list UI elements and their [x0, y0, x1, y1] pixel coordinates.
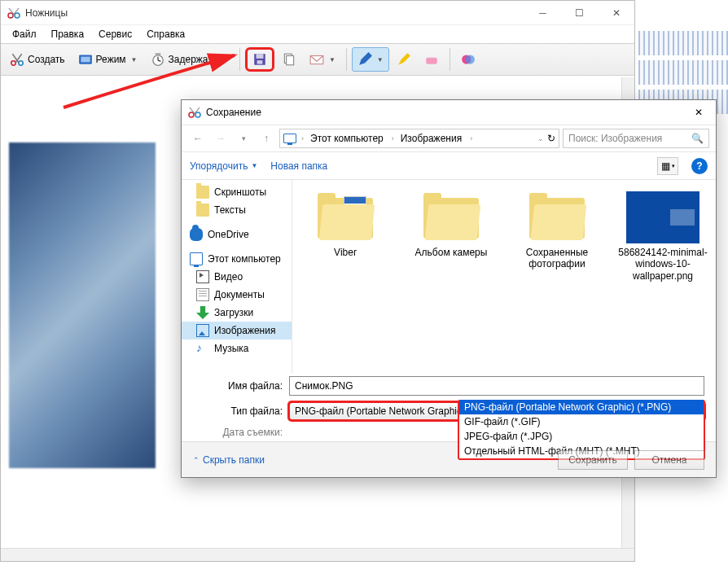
menu-tools[interactable]: Сервис: [92, 27, 138, 42]
search-placeholder: Поиск: Изображения: [568, 133, 662, 144]
tree-texts[interactable]: Тексты: [182, 201, 292, 219]
refresh-icon[interactable]: ↻: [547, 133, 555, 144]
svg-rect-5: [81, 57, 90, 63]
tree-pictures[interactable]: Изображения: [182, 322, 292, 340]
view-button[interactable]: ▦ ▾: [657, 157, 678, 175]
new-folder-button[interactable]: Новая папка: [270, 160, 327, 172]
tree-music[interactable]: ♪Музыка: [182, 340, 292, 357]
chevron-down-icon: ▼: [377, 56, 384, 64]
highlighter-button[interactable]: [391, 47, 417, 72]
mode-icon: [78, 52, 93, 67]
breadcrumb-pc[interactable]: Этот компьютер: [309, 133, 387, 144]
nav-back-button[interactable]: ←: [188, 129, 208, 148]
file-item[interactable]: 586824142-minimal-windows-10-wallpaper.p…: [618, 191, 708, 282]
titlebar: Ножницы ─ ☐ ✕: [1, 1, 634, 25]
separator: [239, 48, 240, 71]
menubar: Файл Правка Сервис Справка: [1, 25, 634, 43]
file-item[interactable]: Сохраненные фотографии: [512, 191, 602, 270]
clock-icon: [151, 52, 165, 67]
mode-button[interactable]: Режим ▼: [72, 47, 143, 72]
save-button[interactable]: [245, 47, 274, 72]
pen-button[interactable]: ▼: [352, 47, 389, 72]
menu-file[interactable]: Файл: [6, 27, 43, 42]
svg-rect-13: [426, 58, 437, 64]
app-icon: [7, 7, 20, 20]
menu-edit[interactable]: Правка: [45, 27, 91, 42]
dialog-titlebar: Сохранение ✕: [182, 100, 716, 125]
tree-documents[interactable]: Документы: [182, 286, 292, 304]
filetype-label: Тип файла:: [193, 405, 283, 417]
chevron-down-icon: ▼: [131, 56, 138, 64]
new-snip-button[interactable]: Создать: [4, 47, 71, 72]
hide-folders-button[interactable]: ⌃ Скрыть папки: [193, 454, 265, 466]
send-button[interactable]: ▼: [304, 47, 341, 72]
svg-point-15: [465, 55, 474, 64]
chevron-down-icon: ▼: [329, 56, 335, 64]
folder-icon: [419, 191, 484, 243]
pen-icon: [357, 52, 372, 67]
file-item[interactable]: Альбом камеры: [406, 191, 496, 258]
filename-row: Имя файла:: [182, 373, 716, 399]
separator: [346, 48, 347, 71]
mail-icon: [309, 52, 324, 67]
svg-point-2: [11, 61, 15, 65]
copy-button[interactable]: [276, 47, 302, 72]
chevron-right-icon: ›: [301, 134, 304, 142]
svg-rect-11: [287, 56, 294, 65]
address-bar[interactable]: › Этот компьютер › Изображения › ⌄ ↻: [279, 129, 559, 148]
tree-videos[interactable]: Видео: [182, 268, 292, 286]
command-row: Упорядочить ▼ Новая папка ▦ ▾ ?: [182, 152, 716, 180]
filename-input[interactable]: [289, 376, 704, 396]
svg-point-3: [19, 61, 23, 65]
download-icon: [196, 306, 209, 319]
document-icon: [196, 288, 209, 301]
file-list[interactable]: Viber Альбом камеры Сохраненные фотограф…: [292, 180, 716, 373]
music-icon: ♪: [196, 342, 209, 355]
menu-help[interactable]: Справка: [140, 27, 191, 42]
toolbar: Создать Режим ▼ Задержать ▼ ▼ ▼: [1, 43, 634, 76]
pictures-icon: [196, 324, 209, 337]
delay-button[interactable]: Задержать ▼: [145, 47, 235, 72]
filetype-option[interactable]: GIF-файл (*.GIF): [459, 414, 704, 429]
save-confirm-button[interactable]: Сохранить: [558, 450, 628, 470]
filename-label: Имя файла:: [193, 380, 283, 392]
minimize-button[interactable]: ─: [524, 1, 561, 25]
nav-up-button[interactable]: ↑: [257, 129, 276, 148]
dialog-close-button[interactable]: ✕: [682, 102, 716, 123]
scissors-icon: [10, 52, 24, 67]
nav-forward-button[interactable]: →: [211, 129, 230, 148]
filetype-option[interactable]: PNG-файл (Portable Network Graphic) (*.P…: [459, 400, 704, 414]
svg-rect-9: [257, 60, 263, 64]
chevron-down-icon[interactable]: ⌄: [537, 134, 544, 142]
delay-label: Задержать: [169, 54, 217, 65]
tree-this-pc[interactable]: Этот компьютер: [182, 250, 292, 268]
breadcrumb-pictures[interactable]: Изображения: [399, 133, 465, 144]
folder-icon: [313, 191, 378, 243]
filetype-option[interactable]: JPEG-файл (*.JPG): [459, 429, 704, 444]
file-item[interactable]: Viber: [300, 191, 390, 258]
maximize-button[interactable]: ☐: [561, 1, 598, 25]
nav-recent-button[interactable]: ▾: [234, 129, 253, 148]
folder-icon: [196, 186, 209, 199]
chevron-down-icon: ▼: [222, 56, 229, 64]
paint3d-icon: [461, 52, 476, 67]
date-label: Дата съемки:: [193, 427, 283, 438]
app-icon: [188, 106, 201, 119]
copy-icon: [282, 52, 296, 67]
cancel-button[interactable]: Отмена: [634, 450, 704, 470]
folder-icon: [196, 204, 209, 217]
captured-image: [9, 142, 156, 468]
horizontal-scrollbar[interactable]: [1, 548, 634, 561]
save-icon: [252, 52, 267, 67]
new-label: Создать: [28, 54, 65, 65]
tree-downloads[interactable]: Загрузки: [182, 304, 292, 322]
search-box[interactable]: Поиск: Изображения 🔍: [563, 129, 709, 148]
help-button[interactable]: ?: [691, 158, 708, 174]
eraser-icon: [424, 52, 439, 67]
tree-onedrive[interactable]: OneDrive: [182, 226, 292, 243]
close-button[interactable]: ✕: [598, 1, 634, 25]
tree-screenshots[interactable]: Скриншоты: [182, 183, 292, 201]
organize-button[interactable]: Упорядочить ▼: [190, 160, 257, 172]
eraser-button[interactable]: [419, 47, 445, 72]
paint3d-button[interactable]: [455, 47, 481, 72]
